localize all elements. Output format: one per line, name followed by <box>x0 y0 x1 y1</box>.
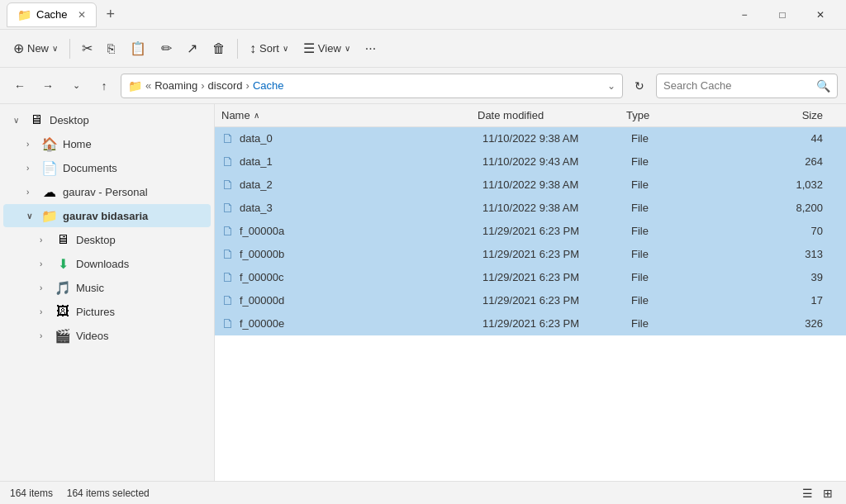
chevron-right-icon: › <box>40 331 50 340</box>
file-size: 1,032 <box>714 178 839 191</box>
sidebar-home-label: Home <box>63 138 92 150</box>
minimize-button[interactable]: − <box>725 0 763 30</box>
share-button[interactable]: ↗ <box>180 35 204 63</box>
paste-button[interactable]: 📋 <box>123 35 153 63</box>
sidebar-item-pictures[interactable]: › 🖼 Pictures <box>3 300 211 323</box>
sidebar-item-gaurav-bidasaria[interactable]: ∨ 📁 gaurav bidasaria <box>3 204 211 227</box>
sort-icon: ↕ <box>250 41 256 56</box>
table-row[interactable]: 🗋 data_2 11/10/2022 9:38 AM File 1,032 <box>215 174 846 197</box>
copy-button[interactable]: ⎘ <box>101 35 121 63</box>
file-date: 11/29/2021 6:23 PM <box>482 294 631 307</box>
sidebar-item-desktop-root[interactable]: ∨ 🖥 Desktop <box>3 108 211 131</box>
breadcrumb-roaming[interactable]: Roaming <box>154 79 197 92</box>
file-size: 44 <box>714 132 839 145</box>
file-icon: 🗋 <box>221 178 235 193</box>
search-box[interactable]: 🔍 <box>656 74 838 98</box>
file-icon: 🗋 <box>221 155 235 169</box>
table-row[interactable]: 🗋 data_3 11/10/2022 9:38 AM File 8,200 <box>215 197 846 220</box>
sort-label: Sort <box>259 42 279 55</box>
toolbar: ⊕ New ∨ ✂ ⎘ 📋 ✏ ↗ 🗑 ↕ Sort ∨ ☰ View ∨ ··… <box>0 30 846 68</box>
view-button[interactable]: ☰ View ∨ <box>297 35 357 63</box>
column-type[interactable]: Type <box>626 109 709 121</box>
tab-area: 📁 Cache ✕ + <box>7 2 121 27</box>
more-button[interactable]: ··· <box>359 35 383 63</box>
tab-close-button[interactable]: ✕ <box>78 9 86 21</box>
title-bar: 📁 Cache ✕ + − □ ✕ <box>0 0 846 30</box>
column-name[interactable]: Name ∧ <box>221 109 478 121</box>
main-content: ∨ 🖥 Desktop › 🏠 Home › 📄 Documents › ☁ g… <box>0 104 846 481</box>
music-icon: 🎵 <box>55 280 71 296</box>
sidebar-desktop-label: Desktop <box>50 114 89 126</box>
documents-icon: 📄 <box>41 160 58 176</box>
forward-button[interactable]: → <box>36 74 59 97</box>
column-size[interactable]: Size <box>709 109 839 121</box>
file-type: File <box>631 202 714 214</box>
toolbar-separator-1 <box>69 39 70 59</box>
sidebar-desktop-sub-label: Desktop <box>76 234 116 246</box>
file-size: 70 <box>714 225 839 237</box>
toolbar-separator-2 <box>237 39 238 59</box>
breadcrumb-dropdown-button[interactable]: ⌄ <box>607 80 615 92</box>
breadcrumb-sep-1: « <box>145 79 151 92</box>
window-controls: − □ ✕ <box>725 0 839 30</box>
new-button[interactable]: ⊕ New ∨ <box>7 35 64 63</box>
tab-title: Cache <box>36 8 68 21</box>
back-button[interactable]: ← <box>8 74 31 97</box>
sidebar-gaurav-personal-label: gaurav - Personal <box>63 186 148 198</box>
desktop-sub-icon: 🖥 <box>55 232 71 247</box>
sidebar-item-home[interactable]: › 🏠 Home <box>3 132 211 155</box>
new-tab-button[interactable]: + <box>100 4 122 25</box>
refresh-button[interactable]: ↻ <box>628 74 651 97</box>
details-view-button[interactable]: ☰ <box>799 485 816 502</box>
file-date: 11/10/2022 9:38 AM <box>482 202 631 214</box>
delete-button[interactable]: 🗑 <box>206 35 232 63</box>
sort-dropdown-icon: ∨ <box>283 44 288 53</box>
table-row[interactable]: 🗋 f_00000d 11/29/2021 6:23 PM File 17 <box>215 289 846 312</box>
active-tab[interactable]: 📁 Cache ✕ <box>7 2 97 27</box>
view-label: View <box>318 42 341 55</box>
sidebar-item-downloads[interactable]: › ⬇ Downloads <box>3 252 211 275</box>
file-date: 11/29/2021 6:23 PM <box>482 271 631 283</box>
sidebar-gaurav-bidasaria-label: gaurav bidasaria <box>63 210 148 222</box>
search-icon: 🔍 <box>816 79 830 93</box>
table-row[interactable]: 🗋 data_0 11/10/2022 9:38 AM File 44 <box>215 127 846 150</box>
file-size: 264 <box>714 155 839 168</box>
sidebar-item-documents[interactable]: › 📄 Documents <box>3 156 211 179</box>
chevron-down-icon: ∨ <box>26 212 36 221</box>
recent-button[interactable]: ⌄ <box>64 74 88 97</box>
close-button[interactable]: ✕ <box>801 0 839 30</box>
address-bar: ← → ⌄ ↑ 📁 « Roaming › discord › Cache ⌄ … <box>0 68 846 104</box>
large-icons-view-button[interactable]: ⊞ <box>820 485 836 502</box>
file-type: File <box>631 317 714 330</box>
table-row[interactable]: 🗋 f_00000c 11/29/2021 6:23 PM File 39 <box>215 266 846 289</box>
sidebar-item-desktop-sub[interactable]: › 🖥 Desktop <box>3 228 211 251</box>
file-name: f_00000b <box>240 248 482 260</box>
search-input[interactable] <box>663 79 813 92</box>
sidebar-videos-label: Videos <box>76 330 109 342</box>
breadcrumb-discord[interactable]: discord <box>208 79 243 92</box>
sidebar-item-videos[interactable]: › 🎬 Videos <box>3 324 211 347</box>
downloads-icon: ⬇ <box>55 256 71 272</box>
paste-icon: 📋 <box>130 40 146 56</box>
file-name: f_00000a <box>240 225 482 237</box>
file-name: data_1 <box>240 155 482 168</box>
sidebar-item-gaurav-personal[interactable]: › ☁ gaurav - Personal <box>3 180 211 203</box>
file-date: 11/10/2022 9:43 AM <box>482 155 631 168</box>
chevron-right-icon: › <box>26 140 36 149</box>
status-left: 164 items 164 items selected <box>10 487 150 499</box>
breadcrumb[interactable]: 📁 « Roaming › discord › Cache ⌄ <box>121 74 623 98</box>
up-button[interactable]: ↑ <box>93 74 116 97</box>
maximize-button[interactable]: □ <box>763 0 801 30</box>
table-row[interactable]: 🗋 f_00000e 11/29/2021 6:23 PM File 326 <box>215 312 846 335</box>
table-row[interactable]: 🗋 f_00000a 11/29/2021 6:23 PM File 70 <box>215 220 846 243</box>
rename-button[interactable]: ✏ <box>154 35 178 63</box>
table-row[interactable]: 🗋 f_00000b 11/29/2021 6:23 PM File 313 <box>215 243 846 266</box>
breadcrumb-arrow-2: › <box>246 79 250 92</box>
cut-button[interactable]: ✂ <box>75 35 99 63</box>
sort-button[interactable]: ↕ Sort ∨ <box>243 35 295 63</box>
view-dropdown-icon: ∨ <box>345 44 350 53</box>
table-row[interactable]: 🗋 data_1 11/10/2022 9:43 AM File 264 <box>215 150 846 174</box>
sidebar-item-music[interactable]: › 🎵 Music <box>3 276 211 299</box>
column-date-modified[interactable]: Date modified <box>478 109 626 121</box>
breadcrumb-cache[interactable]: Cache <box>253 79 284 92</box>
